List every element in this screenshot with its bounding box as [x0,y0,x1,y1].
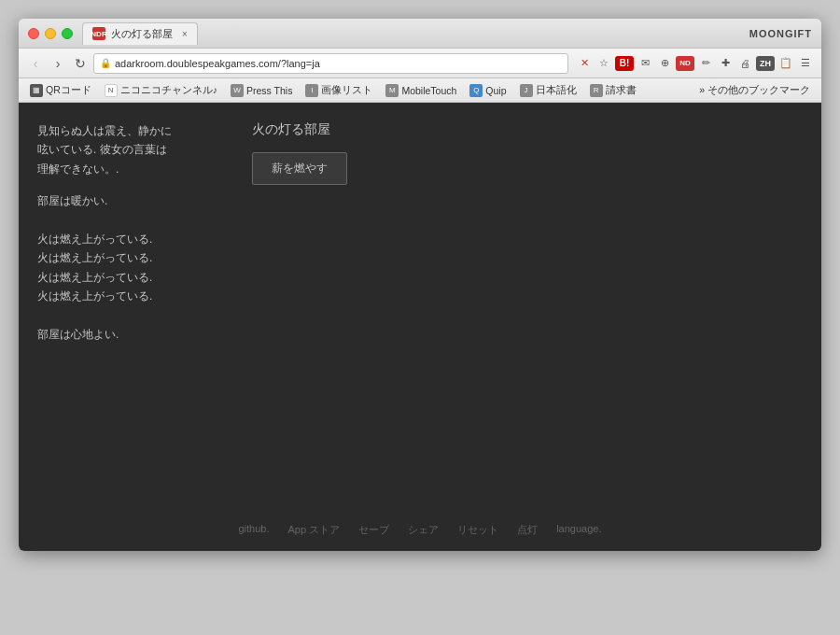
footer-github[interactable]: github. [239,523,270,537]
game-main: 見知らぬ人は震え、静かに 呟いている. 彼女の言葉は 理解できない。. 部屋は暖… [37,121,803,344]
bookmark-quip[interactable]: Q Quip [464,82,511,99]
menu-icon[interactable]: ☰ [797,55,814,72]
game-status-text: 部屋は暖かい. 火は燃え上がっている. 火は燃え上がっている. 火は燃え上がって… [37,191,224,344]
status-line-3: 火は燃え上がっている. [37,248,224,267]
nico-icon: N [105,84,118,97]
press-icon: W [231,84,244,97]
nd-icon[interactable]: ND [676,56,694,71]
footer-save[interactable]: セーブ [358,523,389,537]
bookmark-more-label: » その他のブックマーク [699,84,810,97]
bookmark-img-label: 画像リスト [321,84,372,97]
back-button[interactable]: ‹ [26,54,45,73]
quip-icon: Q [469,84,483,97]
address-bar[interactable]: 🔒 adarkroom.doublespeakgames.com/?lang=j… [93,53,568,74]
game-right-area: 火の灯る部屋 薪を燃やす [252,121,803,185]
invoice-icon: R [590,84,603,97]
bookmark-mobile-label: MobileTouch [401,85,456,96]
nav-bar: ‹ › ↻ 🔒 adarkroom.doublespeakgames.com/?… [19,49,821,78]
footer-share[interactable]: シェア [408,523,439,537]
footer-lights[interactable]: 点灯 [517,523,538,537]
intro-line-2: 呟いている. 彼女の言葉は [37,143,167,156]
bookmark-nico-label: ニコニコチャンネル♪ [120,84,217,97]
tab-title: 火の灯る部屋 [111,27,173,41]
address-text: adarkroom.doublespeakgames.com/?lang=ja [115,58,562,69]
x-icon[interactable]: ✕ [576,55,593,72]
bookmarks-bar: ▦ QRコード N ニコニコチャンネル♪ W Press This I 画像リス… [19,78,821,103]
status-line-5: 火は燃え上がっている. [37,287,224,305]
printer-icon[interactable]: 🖨 [736,55,753,72]
nav-icons: ✕ ☆ B! ✉ ⊕ ND ✏ ✚ 🖨 ZH 📋 ☰ [576,55,814,72]
bookmark-icon[interactable]: ⊕ [656,55,673,72]
game-footer: github. App ストア セーブ シェア リセット 点灯 language… [19,523,821,537]
browser-window: NDR 火の灯る部屋 × MOONGIFT ‹ › ↻ 🔒 adarkroom.… [19,19,821,551]
status-line-4: 火は燃え上がっている. [37,268,224,287]
bookmark-invoice-label: 請求書 [606,84,637,97]
footer-language[interactable]: language. [556,523,601,537]
game-text-area: 見知らぬ人は震え、静かに 呟いている. 彼女の言葉は 理解できない。. 部屋は暖… [37,121,224,344]
bookmark-jp-label: 日本語化 [536,84,577,97]
bookmark-press[interactable]: W Press This [225,82,298,99]
burn-wood-button[interactable]: 薪を燃やす [252,152,347,185]
tab-bar: NDR 火の灯る部屋 × [82,22,749,45]
bookmark-nico[interactable]: N ニコニコチャンネル♪ [99,82,223,99]
mobile-icon: M [385,84,399,97]
intro-line-3: 理解できない。. [37,162,119,176]
cross-icon[interactable]: ✚ [717,55,734,72]
tab-favicon: NDR [92,27,105,40]
maximize-button[interactable] [62,28,73,39]
hatena-icon[interactable]: B! [615,56,634,71]
status-line-1: 部屋は暖かい. [37,191,224,210]
bookmark-more[interactable]: » その他のブックマーク [693,82,816,99]
img-icon: I [305,84,318,97]
title-bar: NDR 火の灯る部屋 × MOONGIFT [19,19,821,49]
clip-icon[interactable]: 📋 [777,55,794,72]
browser-menu-label: MOONGIFT [749,28,812,39]
bookmark-mobile[interactable]: M MobileTouch [380,82,462,99]
bookmark-qr[interactable]: ▦ QRコード [24,82,97,99]
footer-appstore[interactable]: App ストア [288,523,341,537]
bookmark-jp[interactable]: J 日本語化 [514,82,582,99]
pen-icon[interactable]: ✏ [697,55,714,72]
forward-button[interactable]: › [49,54,67,73]
status-line-6: 部屋は心地よい. [37,325,224,344]
star-icon[interactable]: ☆ [595,55,612,72]
bookmark-img[interactable]: I 画像リスト [300,82,378,99]
close-button[interactable] [28,28,39,39]
bookmark-invoice[interactable]: R 請求書 [584,82,642,99]
minimize-button[interactable] [45,28,56,39]
share-icon[interactable]: ✉ [637,55,653,72]
qr-icon: ▦ [30,84,43,97]
active-tab[interactable]: NDR 火の灯る部屋 × [82,22,198,45]
bookmark-qr-label: QRコード [46,84,91,97]
footer-reset[interactable]: リセット [457,523,498,537]
bookmark-press-label: Press This [246,85,292,96]
room-title: 火の灯る部屋 [252,121,803,138]
zh-icon[interactable]: ZH [756,56,775,71]
reload-button[interactable]: ↻ [71,54,90,73]
game-intro-text: 見知らぬ人は震え、静かに 呟いている. 彼女の言葉は 理解できない。. [37,121,224,178]
status-line-2: 火は燃え上がっている. [37,230,224,248]
intro-line-1: 見知らぬ人は震え、静かに [37,124,172,137]
game-content: 見知らぬ人は震え、静かに 呟いている. 彼女の言葉は 理解できない。. 部屋は暖… [19,103,821,551]
jp-icon: J [520,84,533,97]
tab-close-icon[interactable]: × [182,29,188,39]
address-lock-icon: 🔒 [100,58,111,68]
bookmark-quip-label: Quip [485,85,506,96]
traffic-lights [28,28,73,39]
